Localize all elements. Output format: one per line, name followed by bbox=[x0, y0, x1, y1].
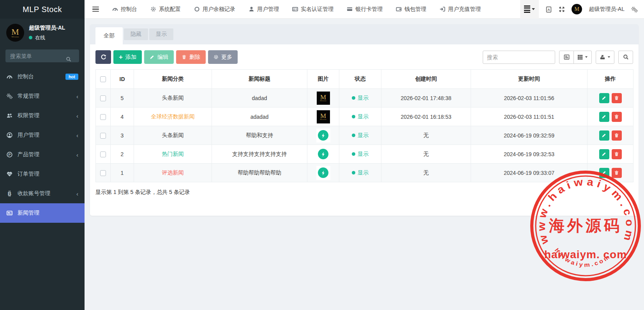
topnav-item[interactable]: 用户充值管理 bbox=[439, 6, 481, 13]
cell-image bbox=[307, 126, 339, 145]
card-view-button[interactable] bbox=[559, 51, 574, 64]
record-summary: 显示第 1 到第 5 条记录，总共 5 条记录 bbox=[90, 182, 639, 203]
row-delete-button[interactable] bbox=[612, 168, 622, 178]
id-card-icon bbox=[292, 6, 298, 12]
search-icon bbox=[66, 56, 71, 62]
topnav-item[interactable]: 控制台 bbox=[112, 6, 137, 13]
fullscreen-icon[interactable] bbox=[559, 6, 565, 13]
sidebar-item[interactable]: 常规管理‹ bbox=[0, 86, 85, 106]
row-checkbox[interactable] bbox=[100, 114, 106, 120]
cell-updated: 2024-06-19 09:32:53 bbox=[471, 145, 588, 164]
topnav-item[interactable]: 用户余额记录 bbox=[194, 6, 235, 13]
row-checkbox[interactable] bbox=[100, 95, 106, 101]
view-button-group bbox=[559, 51, 592, 64]
sidebar-item[interactable]: 权限管理‹ bbox=[0, 106, 85, 125]
sidebar-item-label: 收款账号管理 bbox=[18, 190, 50, 197]
delete-button[interactable]: 删除 bbox=[176, 50, 206, 64]
list-icon bbox=[524, 5, 530, 13]
row-edit-button[interactable] bbox=[599, 112, 609, 122]
topnav-item[interactable]: 钱包管理 bbox=[396, 6, 426, 13]
chevron-left-icon: ‹ bbox=[76, 191, 78, 197]
row-checkbox[interactable] bbox=[100, 151, 106, 157]
bolt-icon bbox=[321, 170, 326, 176]
sidebar-item[interactable]: 用户管理‹ bbox=[0, 125, 85, 145]
toolbar: +添加 编辑 删除 更多 bbox=[90, 44, 639, 69]
news-image-bolt bbox=[316, 129, 330, 143]
sidebar-user-name: 超级管理员-AL bbox=[29, 25, 65, 32]
search-button[interactable] bbox=[618, 51, 633, 64]
more-button[interactable]: 更多 bbox=[208, 50, 238, 64]
navbar-right: A M 超级管理员-AL bbox=[520, 0, 644, 18]
cell-actions bbox=[588, 126, 633, 145]
cell-created: 2026-02-01 16:18:53 bbox=[381, 107, 471, 126]
table-search-input[interactable] bbox=[483, 51, 555, 64]
bolt-icon bbox=[321, 133, 326, 138]
menu-dropdown-button[interactable] bbox=[520, 0, 539, 19]
cell-id: 2 bbox=[111, 145, 134, 164]
column-header: 创建时间 bbox=[381, 70, 471, 89]
edit-button[interactable]: 编辑 bbox=[144, 50, 174, 64]
row-delete-button[interactable] bbox=[612, 149, 622, 159]
topnav-item[interactable]: 银行卡管理 bbox=[347, 6, 383, 13]
refresh-button[interactable] bbox=[95, 50, 111, 64]
news-table: ID新闻分类新闻标题图片状态创建时间更新时间操作 5头条新闻dadadMMill… bbox=[95, 69, 633, 182]
sidebar-toggle-icon[interactable] bbox=[92, 7, 99, 12]
navbar-user-name[interactable]: 超级管理员-AL bbox=[589, 6, 625, 13]
hot-badge: hot bbox=[65, 74, 78, 80]
sidebar-item[interactable]: B收款账号管理‹ bbox=[0, 184, 85, 203]
pencil-icon bbox=[150, 55, 155, 60]
column-header: 更新时间 bbox=[471, 70, 588, 89]
cell-actions bbox=[588, 107, 633, 126]
sidebar-item-label: 产品管理 bbox=[18, 151, 39, 158]
sidebar-item[interactable]: 控制台hot bbox=[0, 67, 85, 86]
news-image-bolt bbox=[316, 166, 330, 180]
sidebar-item-label: 用户管理 bbox=[18, 132, 39, 139]
pencil-icon bbox=[602, 151, 607, 157]
sidebar-user-panel: MMillennium 超级管理员-AL 在线 bbox=[0, 19, 85, 46]
status-badge: 显示 bbox=[352, 113, 369, 120]
gears-icon[interactable] bbox=[631, 5, 638, 12]
user-avatar[interactable]: M bbox=[572, 4, 582, 14]
chevron-left-icon: ‹ bbox=[76, 152, 78, 158]
select-all-checkbox[interactable] bbox=[100, 76, 106, 82]
row-checkbox[interactable] bbox=[100, 170, 106, 176]
cell-title: 帮助和支持 bbox=[212, 126, 307, 145]
topnav-item[interactable]: 系统配置 bbox=[150, 6, 181, 13]
export-button[interactable] bbox=[596, 51, 614, 64]
row-checkbox[interactable] bbox=[100, 133, 106, 139]
topnav-item[interactable]: 实名认证管理 bbox=[292, 6, 333, 13]
tab[interactable]: 全部 bbox=[95, 27, 123, 44]
row-edit-button[interactable] bbox=[599, 93, 609, 103]
topnav-item[interactable]: 用户管理 bbox=[249, 6, 279, 13]
row-delete-button[interactable] bbox=[612, 130, 622, 141]
cell-image bbox=[307, 145, 339, 164]
add-button[interactable]: +添加 bbox=[113, 50, 142, 64]
sidebar-item[interactable]: 订单管理 bbox=[0, 164, 85, 184]
topnav-item-label: 银行卡管理 bbox=[355, 6, 383, 13]
row-edit-button[interactable] bbox=[599, 168, 609, 178]
topnav-item-label: 钱包管理 bbox=[404, 6, 426, 13]
cell-status: 显示 bbox=[339, 126, 381, 145]
plus-icon: + bbox=[119, 54, 123, 60]
row-delete-button[interactable] bbox=[612, 93, 622, 103]
row-edit-button[interactable] bbox=[599, 130, 609, 141]
sidebar-item[interactable]: P产品管理‹ bbox=[0, 145, 85, 164]
tab[interactable]: 显示 bbox=[149, 28, 173, 40]
language-icon[interactable]: A bbox=[545, 5, 552, 12]
row-delete-button[interactable] bbox=[612, 112, 622, 122]
cell-created: 无 bbox=[381, 126, 471, 145]
cell-created: 无 bbox=[381, 145, 471, 164]
news-image-bolt bbox=[316, 147, 330, 161]
table-row: 2热门新闻支持支持支持支持支持显示无2024-06-19 09:32:53 bbox=[96, 145, 633, 164]
cell-category: 热门新闻 bbox=[134, 145, 212, 164]
columns-button[interactable] bbox=[573, 51, 592, 64]
bitcoin-icon: B bbox=[6, 190, 13, 197]
row-edit-button[interactable] bbox=[599, 149, 609, 159]
tab[interactable]: 隐藏 bbox=[124, 28, 148, 40]
table-row: 1评选新闻帮助帮助帮助帮助显示无2024-06-19 09:33:07 bbox=[96, 164, 633, 182]
sidebar-item[interactable]: 新闻管理 bbox=[0, 203, 85, 223]
tab-strip: 全部隐藏显示 bbox=[90, 24, 639, 44]
dashboard-icon bbox=[6, 74, 13, 80]
trash-icon bbox=[614, 170, 619, 175]
status-badge: 显示 bbox=[352, 132, 369, 139]
